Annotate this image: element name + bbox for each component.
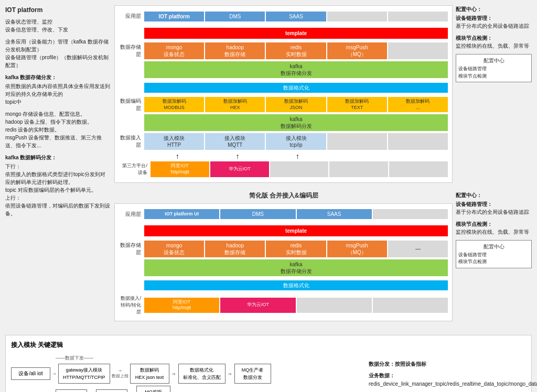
codec-cells: 数据加解码MODBUS 数据加解码HEX 数据加解码JSON 数据加解码TEXT… — [144, 97, 448, 112]
right-note-block1: 设备链路管理： 基于分布式的全局设备链路追踪 — [456, 14, 532, 30]
diagram1-wrapper: 应用层 IOT platform DMS SAAS — [114, 5, 532, 187]
layer-content-template: template — [144, 28, 448, 39]
arrow-empty1 — [328, 152, 388, 160]
d2-cell-hadoop: hadoop数据存储 — [205, 241, 265, 257]
top-section: IOT platform 设备状态管理、监控 设备信息管理、停改、下发 业务应用… — [5, 5, 532, 325]
flow-node-encode: 数据编码 — [56, 389, 87, 392]
config-inner-title2: 模块节点检测 — [458, 73, 529, 80]
cell-redis: redis实时数据 — [266, 42, 326, 59]
layer-storage: 数据存储层 mongo设备状态 hadoop数据存储 redis实时数据 msg… — [119, 42, 448, 59]
d2-cell-huawei: 华为云IOT — [220, 298, 295, 313]
layer-label-input: 数据接入层 — [119, 134, 144, 149]
layer-label-codec: 数据编码层 — [119, 97, 144, 112]
layer-content-format: 数据格式化 — [144, 83, 448, 93]
arrow-down1: ↑ — [208, 152, 268, 160]
flow-data-down-label-row: ——数据下发—— — [11, 355, 358, 362]
note-line: 下行： — [5, 162, 110, 170]
config-center-title: 配置中心 — [458, 57, 529, 64]
cell-format: 数据格式化 — [144, 83, 448, 93]
d2-content-storage: mongo设备状态 hadoop数据存储 redis实时数据 msgPush（M… — [144, 241, 448, 257]
config-center-title-2: 配置中心 — [458, 243, 529, 251]
note-block-3: kafka 数据存储分发： 依照数据的具体内容依照具体业务应用发送到对应的持久化… — [5, 73, 110, 106]
data-down-label-area: ——数据下发—— — [56, 355, 93, 362]
note-block-2: 业务应用（设备能力）管理（kafka 数据存储分发机制配置） 设备链路管理（pr… — [5, 38, 110, 69]
flow-node-mq-producer: MQ生产者 数据分发 — [234, 364, 271, 384]
d2-content-template: template — [144, 225, 448, 236]
cell-text: 数据加解码TEXT — [327, 97, 387, 112]
d2-content-input: 阿里IOThttp/mqtt 华为云IOT — [144, 298, 448, 313]
note-block-5: kafka 数据解码分发： 下行： 依照接入的数据格式类型进行topic分发到对… — [5, 154, 110, 217]
node-mq-producer-text: MQ生产者 数据分发 — [242, 367, 264, 380]
note-line: topic 对应数据编码层的各个解码单元。 — [5, 186, 110, 194]
cell-huawei: 华为云IOT — [210, 161, 269, 177]
d2-layer-template: template — [119, 224, 448, 238]
d2-cell-empty2: — — [388, 241, 448, 257]
note-line: 业务应用（设备能力）管理（kafka 数据存储分发机制配置） — [5, 38, 110, 53]
bottom-note-section1: 数据分发：按照设备指标 — [369, 360, 526, 368]
d2-layer-application: 应用层 IOT platform UI DMS SAAS — [119, 207, 448, 222]
d2-layer-format: 数据格式化 — [119, 278, 448, 293]
right-note-title1: 设备链路管理： — [456, 14, 532, 22]
flow-node-format: 数据格式化 标准化、含义匹配 — [178, 364, 225, 384]
d2-content-format: 数据格式化 — [144, 280, 448, 290]
arrow-up1: ↑ — [147, 152, 208, 160]
config-center-box: 配置中心 设备链路管理 模块节点检测 — [456, 54, 532, 82]
flow-node-device: 设备/ali iot — [11, 367, 50, 380]
node-format-text: 数据格式化 标准化、含义匹配 — [183, 367, 221, 380]
d2-storage-cells: mongo设备状态 hadoop数据存储 redis实时数据 msgPush（M… — [144, 241, 448, 257]
cell-empty2 — [388, 12, 448, 21]
note-line: msgPush 设备报警、数据推送、第三方推送、指令下发... — [5, 134, 110, 149]
bottom-title: 接入模块 关键逻辑 — [11, 341, 526, 350]
arrow-4: → — [225, 371, 234, 377]
d2-layer-storage: 数据存储层 mongo设备状态 hadoop数据存储 redis实时数据 msg… — [119, 241, 448, 257]
config-inner-title1: 设备链路管理 — [458, 66, 529, 73]
arrows-row: ↑ ↑ ↑ — [147, 152, 448, 160]
diagram-area: 应用层 IOT platform DMS SAAS — [114, 5, 532, 325]
cell-empty5 — [388, 133, 448, 150]
d2-layer-kafka: kafka数据存储分发 — [119, 259, 448, 276]
arrow-3: → — [169, 371, 178, 377]
arrow1-label: → — [52, 371, 57, 376]
layer-codec: 数据编码层 数据加解码MODBUS 数据加解码HEX 数据加解码JSON 数据加… — [119, 97, 448, 112]
diagram1-container: 应用层 IOT platform DMS SAAS — [114, 5, 453, 183]
right-notes2-line2: 监控模块的在线、负载、异常等 — [456, 228, 532, 236]
flow-down-row: 数据编码 ← 链路获取 ← MQ — [56, 386, 358, 392]
layer-content-kafka2: kafka数据解码分发 — [144, 114, 448, 131]
right-notes-title: 配置中心： — [456, 5, 532, 13]
right-notes-1: 配置中心： 设备链路管理： 基于分布式的全局设备链路追踪 模块节点检测： 监控模… — [456, 5, 532, 187]
cell-mongo: mongo设备状态 — [144, 42, 204, 59]
arrow3-sym: → — [171, 371, 177, 377]
right-notes2-title: 配置中心： — [456, 191, 532, 199]
note-line: 上行： — [5, 194, 110, 202]
cell-empty8 — [389, 161, 448, 177]
layer-input: 数据接入层 接入模块HTTP 接入模块MQTT 接入模块tcp/ip — [119, 133, 448, 150]
note-line: topic中 — [5, 98, 110, 106]
layer-content-codec: 数据加解码MODBUS 数据加解码HEX 数据加解码JSON 数据加解码TEXT… — [144, 97, 448, 112]
layer-format: 数据格式化 — [119, 80, 448, 95]
note-line: 依照接入的数据格式类型进行topic分发到对应的解码单元进行解码处理。 — [5, 170, 110, 186]
diagram1: 应用层 IOT platform DMS SAAS — [114, 5, 453, 187]
cell-modbus: 数据加解码MODBUS — [144, 97, 204, 112]
cell-hex: 数据加解码HEX — [205, 97, 265, 112]
diagram2-container: 应用层 IOT platform UI DMS SAAS — [114, 203, 453, 321]
layer-content-third: 阿里IOThttp/mqtt 华为云IOT — [151, 161, 448, 177]
layer-third-party: 第三方平台/设备 阿里IOThttp/mqtt 华为云IOT — [119, 161, 448, 177]
arrow-up2: ↑ — [267, 152, 328, 160]
d2-layer-input: 数据接入/转码/转化层 阿里IOThttp/mqtt 华为云IOT — [119, 295, 448, 315]
data-up-label: 数据上报 — [112, 373, 128, 379]
arrow4-sym: → — [227, 371, 233, 377]
note-line: 依照设备链路管理，对编码后的数据下发到设备。 — [5, 202, 110, 217]
layer-label-storage: 数据存储层 — [119, 43, 144, 58]
d2-label-input: 数据接入/转码/转化层 — [119, 295, 144, 315]
page: IOT platform 设备状态管理、监控 设备信息管理、停改、下发 业务应用… — [0, 0, 537, 392]
right-notes2-title2: 模块节点检测： — [456, 220, 532, 228]
layer-application: 应用层 IOT platform DMS SAAS — [119, 9, 448, 24]
bottom-note-section2: 业务数据： redis_device_link_manager_topic/re… — [369, 372, 526, 388]
layer-content-app: IOT platform DMS SAAS — [144, 12, 448, 21]
node-decode-text: 数据解码 HEX json text — [135, 367, 164, 380]
cell-kafka-storage: kafka数据存储分发 — [144, 61, 448, 78]
note-line: 依照数据的具体内容依照具体业务应用发送到对应的持久化存储单元的 — [5, 82, 110, 98]
d2-cell-mongo: mongo设备状态 — [144, 241, 204, 257]
config2-inner-title1: 设备链路管理 — [458, 252, 529, 259]
page-title: IOT platform — [5, 5, 110, 15]
